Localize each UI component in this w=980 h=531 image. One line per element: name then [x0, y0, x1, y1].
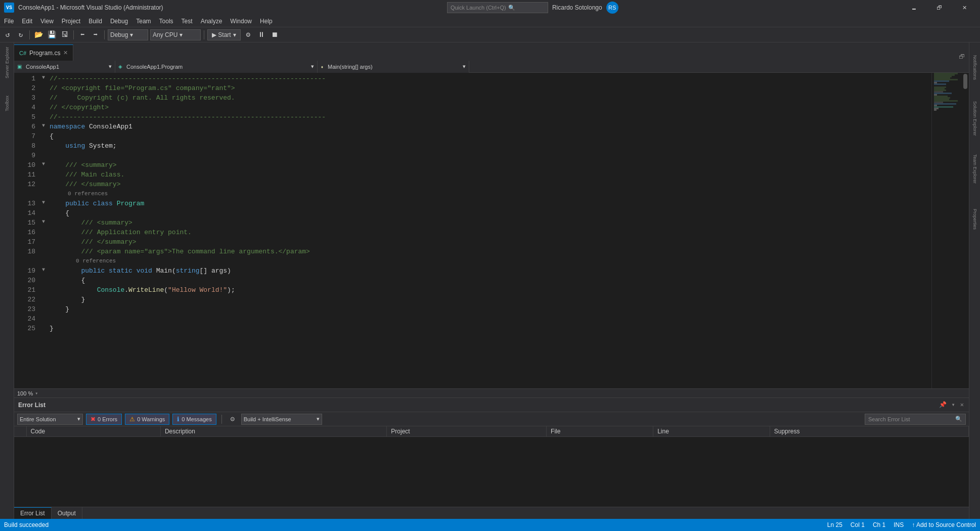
tab-bar: C# Program.cs ✕ 🗗	[14, 42, 969, 61]
gutter-13[interactable]: ▼	[39, 198, 48, 207]
col-description[interactable]: Description	[160, 426, 386, 437]
code-line-3: // Copyright (c) rant. All rights reserv…	[50, 93, 931, 103]
debug-config-dropdown[interactable]: Debug ▾	[108, 29, 148, 40]
toolbar-redo[interactable]: ↻	[15, 29, 26, 40]
toolbar-sep-filter	[221, 415, 222, 424]
quick-launch-search[interactable]: Quick Launch (Ctrl+Q) 🔍	[447, 2, 548, 13]
menu-build[interactable]: Build	[84, 15, 106, 27]
member-icon: ⬧	[321, 64, 324, 69]
vertical-scrollbar[interactable]	[962, 73, 969, 388]
project-icon: ▣	[17, 64, 22, 69]
server-explorer-panel[interactable]: Server Explorer	[0, 42, 14, 83]
toolbar-new[interactable]: ↺	[2, 29, 13, 40]
status-left: Build succeeded	[4, 521, 49, 528]
warning-icon: ⚠	[129, 416, 135, 423]
error-list-close-button[interactable]: ✕	[959, 400, 965, 410]
col-suppress[interactable]: Suppress	[770, 426, 968, 437]
auto-hide-button[interactable]: 🗗	[955, 53, 969, 61]
menu-bar: File Edit View Project Build Debug Team …	[0, 15, 980, 27]
code-line-18-meta: 0 references	[50, 256, 931, 266]
gutter-15[interactable]: ▼	[39, 217, 48, 227]
menu-test[interactable]: Test	[177, 15, 197, 27]
toolbar-attach[interactable]: ⚙	[243, 29, 254, 40]
class-nav-dropdown[interactable]: ◈ ConsoleApp1.Program ▾	[115, 61, 318, 73]
menu-view[interactable]: View	[36, 15, 58, 27]
gutter-7	[39, 130, 48, 140]
warnings-filter-button[interactable]: ⚠ 0 Warnings	[125, 414, 169, 425]
messages-filter-button[interactable]: ℹ 0 Messages	[172, 414, 216, 425]
cpu-platform-dropdown[interactable]: Any CPU ▾	[150, 29, 201, 40]
start-button[interactable]: ▶ Start ▾	[207, 29, 241, 40]
col-file[interactable]: File	[547, 426, 653, 437]
code-line-18: /// <param name="args">The command line …	[50, 247, 931, 256]
tab-close-button[interactable]: ✕	[63, 50, 68, 56]
menu-file[interactable]: File	[0, 15, 18, 27]
col-code[interactable]: Code	[26, 426, 160, 437]
editor-tab-program-cs[interactable]: C# Program.cs ✕	[14, 45, 73, 61]
toolbar-step2[interactable]: ⏹	[269, 29, 280, 40]
code-gutter: ▼ ▼ ▼ ▼ ▼	[39, 73, 48, 388]
gutter-6[interactable]: ▼	[39, 121, 48, 130]
menu-debug[interactable]: Debug	[106, 15, 132, 27]
code-editor[interactable]: 1 2 3 4 5 6 7 8 9 10 11 12 · 13 14 15 16	[14, 73, 969, 388]
code-content[interactable]: //--------------------------------------…	[48, 73, 931, 388]
toolbar-open[interactable]: 📂	[33, 29, 44, 40]
toolbox-panel[interactable]: Toolbox	[0, 83, 14, 123]
code-line-24	[50, 314, 931, 324]
toolbar-step1[interactable]: ⏸	[256, 29, 267, 40]
toolbar-save[interactable]: 💾	[46, 29, 57, 40]
scope-dropdown[interactable]: Entire Solution ▾	[17, 414, 83, 425]
code-line-6: namespace ConsoleApp1	[50, 122, 931, 131]
errors-filter-button[interactable]: ✖ 0 Errors	[86, 414, 122, 425]
menu-help[interactable]: Help	[256, 15, 277, 27]
main-layout: Server Explorer Toolbox C# Program.cs ✕ …	[0, 42, 980, 519]
filter-options-button[interactable]: ⚙	[227, 414, 238, 425]
gutter-16	[39, 227, 48, 236]
gutter-10[interactable]: ▼	[39, 159, 48, 169]
close-button[interactable]: ✕	[953, 0, 976, 15]
menu-edit[interactable]: Edit	[18, 15, 36, 27]
code-line-15: /// <summary>	[50, 218, 931, 228]
app-icon: VS	[4, 3, 14, 13]
toolbar-undo[interactable]: ⬅	[77, 29, 88, 40]
menu-team[interactable]: Team	[132, 15, 155, 27]
solution-explorer-panel[interactable]: Solution Explorer	[969, 93, 980, 144]
menu-project[interactable]: Project	[58, 15, 84, 27]
scrollbar-thumb[interactable]	[963, 74, 967, 89]
minimize-button[interactable]: 🗕	[902, 0, 925, 15]
left-side-panels: Server Explorer Toolbox	[0, 42, 14, 519]
col-line[interactable]: Line	[653, 426, 770, 437]
error-list-tab[interactable]: Error List	[14, 507, 52, 519]
code-line-23: }	[50, 304, 931, 314]
gutter-1[interactable]: ▼	[39, 73, 48, 82]
menu-tools[interactable]: Tools	[155, 15, 177, 27]
col-project[interactable]: Project	[387, 426, 547, 437]
notifications-panel[interactable]: Notifications	[969, 42, 980, 93]
member-nav-dropdown[interactable]: ⬧ Main(string[] args) ▾	[318, 61, 469, 73]
code-line-5: //--------------------------------------…	[50, 112, 931, 122]
class-icon: ◈	[118, 64, 122, 69]
menu-window[interactable]: Window	[226, 15, 256, 27]
build-filter-dropdown[interactable]: Build + IntelliSense ▾	[241, 414, 322, 425]
error-list-search[interactable]: Search Error List 🔍	[865, 414, 966, 425]
code-line-9	[50, 151, 931, 160]
toolbar: ↺ ↻ 📂 💾 🖫 ⬅ ➡ Debug ▾ Any CPU ▾ ▶ Start …	[0, 27, 980, 42]
zoom-chevron[interactable]: ▾	[35, 390, 38, 396]
code-line-8: using System;	[50, 141, 931, 151]
gutter-19[interactable]: ▼	[39, 265, 48, 275]
restore-button[interactable]: 🗗	[927, 0, 951, 15]
team-explorer-panel[interactable]: Team Explorer	[969, 144, 980, 194]
toolbar-saveall[interactable]: 🖫	[59, 29, 70, 40]
right-side-panels: Notifications Solution Explorer Team Exp…	[969, 42, 980, 519]
source-control-button[interactable]: ↑ Add to Source Control	[912, 521, 976, 528]
toolbar-redo2[interactable]: ➡	[90, 29, 101, 40]
error-search-placeholder: Search Error List	[868, 416, 910, 422]
output-tab[interactable]: Output	[52, 507, 82, 519]
menu-analyze[interactable]: Analyze	[197, 15, 227, 27]
error-table[interactable]: Code Description Project File Line Suppr…	[14, 426, 969, 507]
error-list-pin-button[interactable]: 📌	[938, 400, 948, 410]
properties-panel[interactable]: Properties	[969, 194, 980, 245]
error-toolbar: Entire Solution ▾ ✖ 0 Errors ⚠ 0 Warning…	[14, 412, 969, 426]
error-list-dropdown-button[interactable]: ▾	[951, 400, 956, 410]
project-nav-dropdown[interactable]: ▣ ConsoleApp1 ▾	[14, 61, 115, 73]
